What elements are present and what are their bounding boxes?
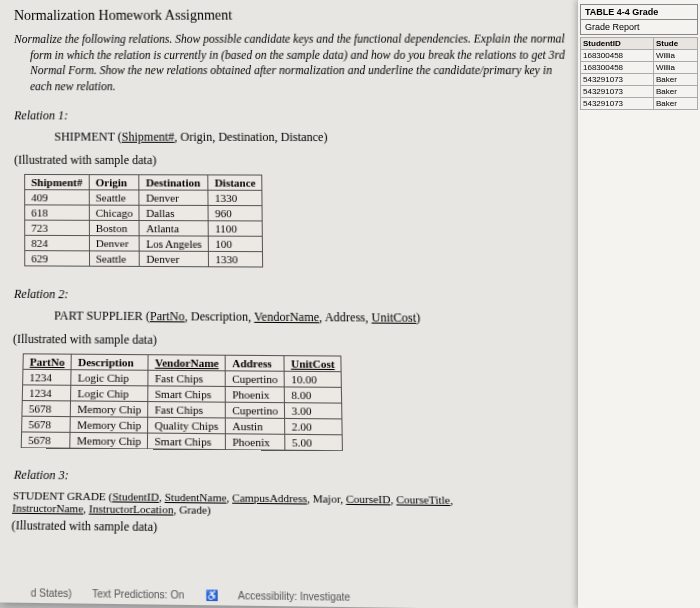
table-header-row: Shipment# Origin Destination Distance: [25, 175, 263, 191]
col-header: Destination: [139, 175, 208, 190]
table-row: 5678Memory ChipSmart ChipsPhoenix5.00: [21, 432, 343, 451]
table-row: 409SeattleDenver1330: [25, 190, 263, 206]
table-row: 629SeattleDenver1330: [25, 251, 263, 267]
page-title: Normalization Homework Assignment: [14, 7, 569, 24]
document-page: Normalization Homework Assignment Normal…: [0, 0, 596, 608]
shipment-table: Shipment# Origin Destination Distance 40…: [24, 174, 263, 268]
schema-pk: PartNo: [150, 309, 185, 324]
table-row: 543291073Baker: [581, 86, 698, 98]
relation2-label: Relation 2:: [14, 287, 576, 305]
schema-name: PART SUPPLIER: [54, 308, 143, 323]
table-row: 824DenverLos Angeles100: [25, 235, 263, 251]
table-row: 618ChicagoDallas960: [25, 205, 263, 221]
side-panel: TABLE 4-4 Grade Grade Report StudentID S…: [578, 0, 700, 608]
col-header: StudentID: [581, 38, 654, 50]
col-header: UnitCost: [284, 356, 341, 372]
relation1-label: Relation 1:: [14, 108, 571, 124]
relation1-schema: SHIPMENT (Shipment#, Origin, Destination…: [54, 130, 571, 146]
status-accessibility[interactable]: Accessibility: Investigate: [238, 590, 350, 603]
table-row: 543291073Baker: [581, 98, 698, 110]
col-header: Description: [71, 354, 148, 370]
col-header: PartNo: [23, 354, 72, 370]
col-header: VendorName: [148, 355, 225, 371]
relation3-schema: STUDENT GRADE (StudentID, StudentName, C…: [12, 489, 582, 520]
col-header: Shipment#: [25, 175, 89, 190]
side-header: TABLE 4-4 Grade: [580, 4, 698, 20]
illustrated-note: (Illustrated with sample data): [13, 332, 578, 351]
relation2-schema: PART SUPPLIER (PartNo, Description, Vend…: [54, 308, 577, 327]
col-header: Origin: [89, 175, 139, 190]
schema-pk: UnitCost: [371, 310, 416, 325]
illustrated-note: (Illustrated with sample data): [14, 153, 572, 169]
table-header-row: StudentID Stude: [581, 38, 698, 50]
table-row: 168300458Willia: [581, 50, 698, 62]
table-row: 543291073Baker: [581, 74, 698, 86]
side-subheader: Grade Report: [580, 20, 698, 35]
accessibility-icon: ♿: [205, 589, 217, 601]
status-predictions[interactable]: Text Predictions: On: [92, 588, 184, 601]
table-row: 168300458Willia: [581, 62, 698, 74]
partsupplier-table: PartNo Description VendorName Address Un…: [21, 353, 344, 451]
instructions: Normalize the following relations. Show …: [14, 31, 571, 94]
status-states: d States): [31, 587, 72, 599]
illustrated-note: (Illustrated with sample data): [11, 518, 583, 540]
schema-name: SHIPMENT: [54, 130, 114, 144]
status-bar: d States) Text Predictions: On ♿ Accessi…: [31, 587, 351, 603]
col-header: Stude: [653, 38, 697, 50]
relation3-label: Relation 3:: [14, 468, 580, 489]
col-header: Address: [225, 355, 284, 371]
schema-attrs: , Origin, Destination, Distance): [174, 130, 327, 144]
table-row: 723BostonAtlanta1100: [25, 220, 263, 236]
schema-pk: VendorName: [254, 310, 319, 325]
col-header: Distance: [208, 175, 262, 190]
schema-pk: Shipment#: [122, 130, 175, 144]
side-table: StudentID Stude 168300458Willia 16830045…: [580, 37, 698, 110]
